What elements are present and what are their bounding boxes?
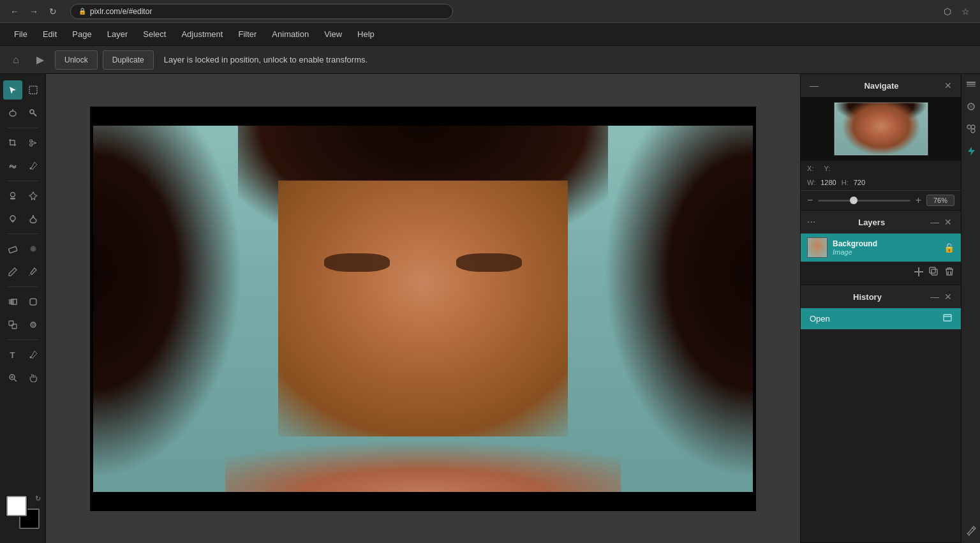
bookmark-button[interactable]: ☆ — [958, 4, 972, 19]
heal-tool[interactable] — [3, 156, 22, 175]
blur-tool[interactable] — [24, 239, 43, 258]
w-value: 1280 — [820, 179, 836, 186]
layers-close-button[interactable]: ✕ — [942, 216, 954, 228]
magic-wand-tool[interactable] — [24, 103, 43, 123]
layer-item[interactable]: Background Image 🔒 — [801, 234, 961, 262]
history-panel-header: History — ✕ — [801, 285, 961, 308]
copy-layer-button[interactable] — [929, 267, 939, 279]
svg-rect-18 — [8, 246, 17, 253]
burn-tool[interactable] — [24, 209, 43, 228]
main-area: T ↻ — [0, 74, 980, 543]
menu-adjustment[interactable]: Adjustment — [175, 27, 229, 41]
canvas-background — [90, 107, 756, 511]
navigate-panel-header: — Navigate ✕ — [801, 74, 961, 97]
svg-line-11 — [32, 142, 36, 143]
eraser-tool[interactable] — [3, 239, 22, 258]
svg-rect-26 — [12, 324, 17, 329]
navigate-close-button[interactable]: — — [807, 79, 821, 92]
svg-rect-42 — [967, 82, 976, 83]
navigate-x-button[interactable]: ✕ — [942, 79, 954, 92]
menu-file[interactable]: File — [8, 27, 34, 41]
svg-point-14 — [10, 193, 15, 197]
dodge-tool[interactable] — [3, 209, 22, 228]
pencil-tool[interactable] — [3, 262, 22, 281]
shape-rect-group — [3, 292, 43, 311]
menu-help[interactable]: Help — [351, 27, 381, 41]
canvas-area[interactable] — [46, 74, 800, 543]
zoom-out-button[interactable]: − — [807, 195, 813, 206]
hand-tool[interactable] — [24, 368, 43, 387]
history-minimize-button[interactable]: — — [928, 290, 942, 303]
layers-icon-button[interactable] — [966, 79, 976, 91]
menu-layer[interactable]: Layer — [101, 27, 135, 41]
layers-options-button[interactable]: ··· — [807, 216, 815, 228]
refresh-button[interactable]: ↻ — [46, 4, 60, 19]
menu-animation[interactable]: Animation — [265, 27, 315, 41]
duplicate-button[interactable]: Duplicate — [103, 50, 154, 70]
shape-tool[interactable] — [24, 186, 43, 205]
lasso-tool[interactable] — [3, 103, 22, 123]
right-panel-container: — Navigate ✕ X: Y: — [800, 74, 980, 543]
svg-line-31 — [14, 379, 17, 382]
layer-actions — [801, 262, 961, 285]
scissors-tool[interactable] — [24, 133, 43, 152]
tool-divider-3 — [7, 234, 39, 234]
menu-edit[interactable]: Edit — [36, 27, 63, 41]
h-label: H: — [842, 179, 849, 186]
swap-colors-button[interactable]: ↻ — [35, 495, 41, 503]
heal-tool-group — [3, 156, 43, 175]
toolbar-message: Layer is locked in position, unlock to e… — [164, 55, 368, 64]
stamp-tool[interactable] — [3, 186, 22, 205]
cast-button[interactable]: ⬡ — [940, 4, 954, 19]
effects-icon-button[interactable] — [966, 124, 976, 136]
menu-page[interactable]: Page — [66, 27, 98, 41]
menu-select[interactable]: Select — [137, 27, 172, 41]
home-button[interactable]: ⌂ — [6, 50, 26, 70]
svg-rect-35 — [918, 267, 919, 276]
eraser-blur-group — [3, 239, 43, 258]
select-tool[interactable] — [3, 80, 22, 100]
layer-lock-icon: 🔒 — [944, 242, 954, 253]
history-item[interactable]: Open — [801, 308, 961, 329]
zoom-in-button[interactable]: + — [916, 195, 921, 206]
lightning-icon-button[interactable] — [966, 146, 976, 158]
lock-icon: 🔒 — [78, 8, 86, 15]
svg-point-4 — [30, 110, 34, 114]
back-button[interactable]: ← — [8, 4, 22, 19]
liquify-tool[interactable] — [24, 315, 43, 334]
layers-panel: ··· Layers — ✕ Background Image — [801, 211, 961, 285]
menu-filter[interactable]: Filter — [232, 27, 263, 41]
add-layer-button[interactable] — [914, 267, 924, 279]
tool-divider-2 — [7, 181, 39, 181]
bottom-icon-button[interactable] — [966, 526, 976, 538]
forward-button[interactable]: → — [27, 4, 41, 19]
layers-minimize-button[interactable]: — — [928, 216, 942, 228]
tool-divider-1 — [7, 128, 39, 128]
zoom-tool[interactable] — [3, 368, 22, 387]
navigate-title: Navigate — [821, 81, 942, 91]
text-tool[interactable]: T — [3, 345, 22, 364]
brush-tool[interactable] — [24, 262, 43, 281]
zoom-slider[interactable] — [818, 200, 910, 202]
eyedropper2-tool[interactable] — [24, 345, 43, 364]
eyedropper-tool[interactable] — [24, 156, 43, 175]
crop-tool[interactable] — [3, 133, 22, 152]
rectangle-tool[interactable] — [3, 292, 22, 311]
unlock-button[interactable]: Unlock — [55, 50, 98, 70]
url-bar[interactable]: 🔒 pixlr.com/e/#editor — [70, 4, 453, 19]
rounded-rect-tool[interactable] — [24, 292, 43, 311]
history-close-button[interactable]: ✕ — [942, 290, 954, 303]
browser-chrome: ← → ↻ 🔒 pixlr.com/e/#editor ⬡ ☆ — [0, 0, 980, 23]
clone-group — [3, 315, 43, 334]
svg-point-27 — [31, 322, 36, 327]
foreground-color[interactable] — [6, 496, 27, 516]
menu-view[interactable]: View — [318, 27, 348, 41]
clone-stamp-tool[interactable] — [3, 315, 22, 334]
history-title: History — [807, 292, 928, 302]
select-tool-button[interactable]: ▶ — [31, 50, 50, 70]
adjustments-icon-button[interactable] — [966, 101, 976, 114]
delete-layer-button[interactable] — [944, 267, 954, 279]
svg-rect-36 — [932, 269, 937, 275]
marquee-tool[interactable] — [24, 80, 43, 100]
text-tool-group: T — [3, 345, 43, 364]
